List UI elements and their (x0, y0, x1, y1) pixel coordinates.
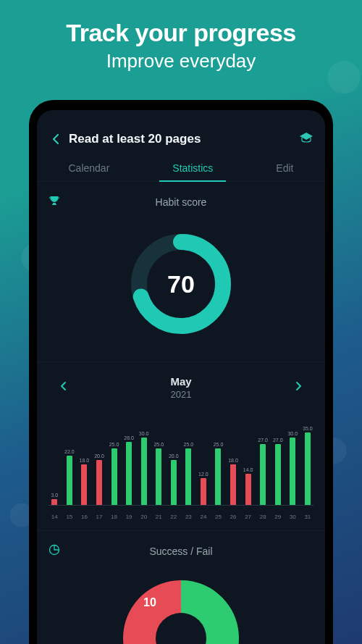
bar-day-17: 20.0 (93, 426, 106, 506)
prev-month-button[interactable] (56, 377, 72, 398)
back-icon[interactable] (49, 133, 63, 145)
bar-value-label: 22.0 (64, 449, 75, 454)
bar-value-label: 25.0 (153, 442, 164, 447)
x-tick: 25 (212, 514, 224, 520)
bar (275, 444, 281, 506)
bar-day-25: 25.0 (212, 426, 224, 506)
bar (171, 460, 177, 506)
bar (201, 478, 206, 506)
habit-score-title: Habit score (49, 196, 313, 208)
success-fail-section: Success / Fail 10 (37, 531, 325, 644)
x-tick: 31 (302, 514, 314, 520)
bar (67, 456, 72, 506)
bar (141, 438, 147, 506)
x-tick: 30 (287, 514, 299, 520)
habit-title: Read at least 20 pages (69, 132, 299, 146)
bar-value-label: 18.0 (228, 458, 238, 463)
bar-value-label: 20.0 (169, 453, 179, 459)
x-tick: 17 (93, 514, 106, 520)
bar (290, 438, 295, 506)
bar (156, 448, 161, 506)
bar-day-28: 27.0 (257, 426, 269, 506)
bar-value-label: 28.0 (124, 435, 134, 440)
habit-score-value: 70 (127, 230, 235, 338)
bar-value-label: 27.0 (273, 438, 283, 443)
app-header: Read at least 20 pages (37, 110, 325, 154)
graduation-cap-icon[interactable] (299, 132, 313, 146)
habit-score-section: Habit score 70 (37, 182, 325, 362)
bar-value-label: 12.0 (198, 472, 209, 477)
tab-calendar[interactable]: Calendar (63, 154, 116, 181)
x-tick: 18 (108, 514, 120, 520)
bar (81, 464, 87, 506)
x-tick: 15 (64, 514, 76, 520)
bar (305, 432, 311, 506)
x-tick: 14 (49, 514, 61, 520)
x-tick: 22 (168, 514, 180, 520)
tab-statistics[interactable]: Statistics (167, 154, 219, 181)
poster-subheading: Improve everyday (0, 50, 362, 72)
bar-value-label: 3.0 (51, 493, 58, 498)
bar-value-label: 30.0 (139, 431, 149, 436)
bar-day-16: 18.0 (78, 426, 90, 506)
x-tick: 29 (272, 514, 284, 520)
monthly-chart-section: May 2021 3.022.018.020.025.028.030.025.0… (37, 362, 325, 531)
bar (245, 474, 251, 506)
bar (230, 464, 236, 506)
x-tick: 23 (182, 514, 195, 520)
bar-value-label: 14.0 (243, 467, 253, 472)
bar-value-label: 25.0 (184, 442, 194, 447)
bar (111, 448, 117, 506)
phone-frame: Read at least 20 pages Calendar Statisti… (29, 100, 333, 644)
bar (126, 442, 132, 506)
bar-day-22: 20.0 (168, 426, 180, 506)
bar-value-label: 35.0 (303, 426, 313, 431)
x-tick: 16 (78, 514, 90, 520)
bar-value-label: 25.0 (109, 442, 119, 447)
bar-day-14: 3.0 (49, 426, 61, 506)
x-tick: 19 (123, 514, 135, 520)
app-screen: Read at least 20 pages Calendar Statisti… (37, 110, 325, 644)
x-tick: 28 (257, 514, 269, 520)
bar-day-19: 28.0 (123, 426, 135, 506)
bar-value-label: 25.0 (214, 442, 224, 447)
success-fail-pie: 10 (116, 573, 246, 644)
x-tick: 27 (242, 514, 254, 520)
bar-value-label: 18.0 (80, 458, 90, 463)
bar-day-24: 12.0 (198, 426, 210, 506)
bar-value-label: 30.0 (287, 431, 298, 436)
bar-day-15: 22.0 (64, 426, 76, 506)
success-fail-title: Success / Fail (49, 545, 313, 557)
bar (96, 460, 102, 506)
pie-fail-label: 10 (143, 596, 156, 609)
bar-day-18: 25.0 (108, 426, 120, 506)
habit-score-ring: 70 (127, 230, 235, 338)
bar-day-26: 18.0 (227, 426, 240, 506)
daily-bar-chart: 3.022.018.020.025.028.030.025.020.025.01… (49, 419, 313, 520)
bar-day-21: 25.0 (153, 426, 165, 506)
bar-day-20: 30.0 (138, 426, 150, 506)
poster-heading: Track your progress (0, 19, 362, 47)
bar-value-label: 20.0 (94, 453, 104, 459)
x-tick: 20 (138, 514, 150, 520)
month-year: 2021 (170, 389, 191, 400)
x-tick: 21 (153, 514, 165, 520)
x-tick: 26 (227, 514, 240, 520)
bar-day-27: 14.0 (242, 426, 254, 506)
month-name: May (170, 375, 191, 388)
tab-edit[interactable]: Edit (270, 154, 299, 181)
tabs-bar: Calendar Statistics Edit (37, 154, 325, 182)
bar-day-30: 30.0 (287, 426, 299, 506)
bar (260, 444, 266, 506)
bar-day-31: 35.0 (302, 426, 314, 506)
bar-day-29: 27.0 (272, 426, 284, 506)
next-month-button[interactable] (290, 377, 306, 398)
bar (215, 448, 221, 506)
bar-value-label: 27.0 (258, 438, 268, 443)
x-tick: 24 (198, 514, 210, 520)
bar (185, 448, 191, 506)
bar-day-23: 25.0 (182, 426, 195, 506)
